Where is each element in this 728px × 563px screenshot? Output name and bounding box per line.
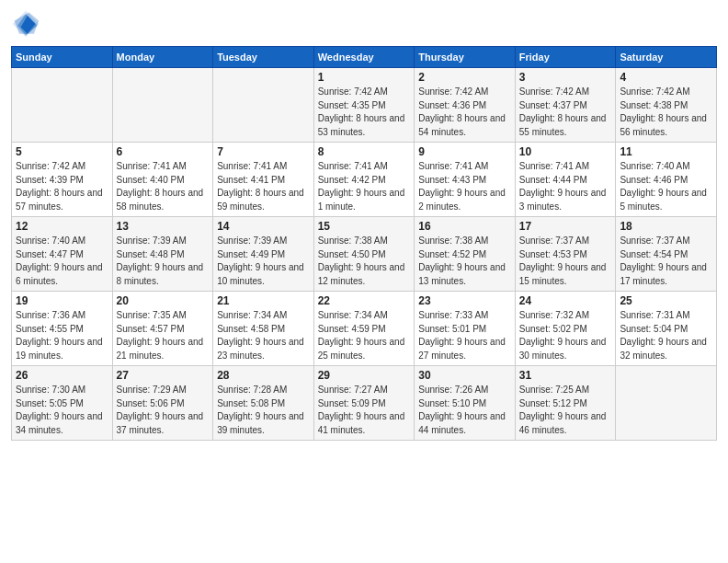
day-number: 12: [16, 220, 108, 233]
day-number: 10: [519, 145, 612, 158]
day-info: Sunrise: 7:32 AM Sunset: 5:02 PM Dayligh…: [519, 309, 612, 362]
day-number: 11: [620, 145, 712, 158]
weekday-header-friday: Friday: [515, 47, 616, 68]
day-info: Sunrise: 7:31 AM Sunset: 5:04 PM Dayligh…: [620, 309, 712, 362]
weekday-header-monday: Monday: [112, 47, 213, 68]
day-number: 19: [16, 294, 108, 307]
day-number: 23: [418, 294, 511, 307]
calendar-cell: 14Sunrise: 7:39 AM Sunset: 4:49 PM Dayli…: [213, 217, 314, 292]
calendar-cell: 8Sunrise: 7:41 AM Sunset: 4:42 PM Daylig…: [313, 143, 415, 217]
calendar-cell: 27Sunrise: 7:29 AM Sunset: 5:06 PM Dayli…: [112, 366, 213, 441]
weekday-header-wednesday: Wednesday: [313, 47, 415, 68]
calendar-cell: 2Sunrise: 7:42 AM Sunset: 4:36 PM Daylig…: [415, 68, 516, 143]
calendar-cell: 3Sunrise: 7:42 AM Sunset: 4:37 PM Daylig…: [515, 68, 616, 143]
calendar-body: 1Sunrise: 7:42 AM Sunset: 4:35 PM Daylig…: [12, 68, 717, 441]
day-number: 26: [16, 369, 108, 382]
day-info: Sunrise: 7:41 AM Sunset: 4:41 PM Dayligh…: [217, 160, 310, 213]
day-number: 28: [217, 369, 310, 382]
calendar-cell: 30Sunrise: 7:26 AM Sunset: 5:10 PM Dayli…: [415, 366, 516, 441]
logo-icon: [11, 9, 40, 39]
day-info: Sunrise: 7:37 AM Sunset: 4:53 PM Dayligh…: [519, 235, 612, 288]
day-number: 30: [418, 369, 511, 382]
day-info: Sunrise: 7:37 AM Sunset: 4:54 PM Dayligh…: [620, 235, 712, 288]
day-info: Sunrise: 7:33 AM Sunset: 5:01 PM Dayligh…: [418, 309, 511, 362]
weekday-header-tuesday: Tuesday: [213, 47, 314, 68]
day-number: 8: [318, 145, 411, 158]
day-info: Sunrise: 7:30 AM Sunset: 5:05 PM Dayligh…: [16, 384, 108, 437]
calendar-cell: [616, 366, 717, 441]
calendar-cell: [112, 68, 213, 143]
weekday-header-thursday: Thursday: [415, 47, 516, 68]
day-info: Sunrise: 7:28 AM Sunset: 5:08 PM Dayligh…: [217, 384, 310, 437]
day-info: Sunrise: 7:41 AM Sunset: 4:44 PM Dayligh…: [519, 160, 612, 213]
day-info: Sunrise: 7:42 AM Sunset: 4:35 PM Dayligh…: [318, 86, 411, 139]
calendar-cell: 19Sunrise: 7:36 AM Sunset: 4:55 PM Dayli…: [12, 292, 113, 366]
day-number: 9: [418, 145, 511, 158]
page-container: SundayMondayTuesdayWednesdayThursdayFrid…: [0, 0, 728, 448]
calendar-week-row: 19Sunrise: 7:36 AM Sunset: 4:55 PM Dayli…: [12, 292, 717, 366]
calendar-cell: 10Sunrise: 7:41 AM Sunset: 4:44 PM Dayli…: [515, 143, 616, 217]
day-number: 25: [620, 294, 712, 307]
calendar-cell: 16Sunrise: 7:38 AM Sunset: 4:52 PM Dayli…: [415, 217, 516, 292]
calendar-cell: 22Sunrise: 7:34 AM Sunset: 4:59 PM Dayli…: [313, 292, 415, 366]
calendar-cell: 1Sunrise: 7:42 AM Sunset: 4:35 PM Daylig…: [313, 68, 415, 143]
day-number: 31: [519, 369, 612, 382]
calendar-cell: 21Sunrise: 7:34 AM Sunset: 4:58 PM Dayli…: [213, 292, 314, 366]
day-info: Sunrise: 7:36 AM Sunset: 4:55 PM Dayligh…: [16, 309, 108, 362]
day-info: Sunrise: 7:34 AM Sunset: 4:59 PM Dayligh…: [318, 309, 411, 362]
day-info: Sunrise: 7:35 AM Sunset: 4:57 PM Dayligh…: [117, 309, 210, 362]
weekday-header-row: SundayMondayTuesdayWednesdayThursdayFrid…: [12, 47, 717, 68]
calendar-cell: 18Sunrise: 7:37 AM Sunset: 4:54 PM Dayli…: [616, 217, 717, 292]
calendar-week-row: 5Sunrise: 7:42 AM Sunset: 4:39 PM Daylig…: [12, 143, 717, 217]
calendar-cell: 20Sunrise: 7:35 AM Sunset: 4:57 PM Dayli…: [112, 292, 213, 366]
day-info: Sunrise: 7:25 AM Sunset: 5:12 PM Dayligh…: [519, 384, 612, 437]
calendar-cell: 12Sunrise: 7:40 AM Sunset: 4:47 PM Dayli…: [12, 217, 113, 292]
day-info: Sunrise: 7:39 AM Sunset: 4:48 PM Dayligh…: [117, 235, 210, 288]
day-number: 21: [217, 294, 310, 307]
day-number: 27: [117, 369, 210, 382]
calendar-cell: 26Sunrise: 7:30 AM Sunset: 5:05 PM Dayli…: [12, 366, 113, 441]
day-number: 7: [217, 145, 310, 158]
calendar-cell: 25Sunrise: 7:31 AM Sunset: 5:04 PM Dayli…: [616, 292, 717, 366]
day-info: Sunrise: 7:41 AM Sunset: 4:40 PM Dayligh…: [117, 160, 210, 213]
calendar-header: SundayMondayTuesdayWednesdayThursdayFrid…: [12, 47, 717, 68]
day-number: 1: [318, 71, 411, 84]
day-info: Sunrise: 7:34 AM Sunset: 4:58 PM Dayligh…: [217, 309, 310, 362]
calendar-week-row: 1Sunrise: 7:42 AM Sunset: 4:35 PM Daylig…: [12, 68, 717, 143]
day-number: 4: [620, 71, 712, 84]
page-header: [11, 9, 717, 39]
day-number: 20: [117, 294, 210, 307]
calendar-cell: 17Sunrise: 7:37 AM Sunset: 4:53 PM Dayli…: [515, 217, 616, 292]
weekday-header-saturday: Saturday: [616, 47, 717, 68]
day-info: Sunrise: 7:27 AM Sunset: 5:09 PM Dayligh…: [318, 384, 411, 437]
calendar-cell: [213, 68, 314, 143]
calendar-cell: 7Sunrise: 7:41 AM Sunset: 4:41 PM Daylig…: [213, 143, 314, 217]
calendar-cell: 28Sunrise: 7:28 AM Sunset: 5:08 PM Dayli…: [213, 366, 314, 441]
day-number: 13: [117, 220, 210, 233]
day-info: Sunrise: 7:41 AM Sunset: 4:42 PM Dayligh…: [318, 160, 411, 213]
calendar-cell: 11Sunrise: 7:40 AM Sunset: 4:46 PM Dayli…: [616, 143, 717, 217]
day-number: 2: [418, 71, 511, 84]
day-number: 15: [318, 220, 411, 233]
calendar-cell: [12, 68, 113, 143]
day-info: Sunrise: 7:42 AM Sunset: 4:37 PM Dayligh…: [519, 86, 612, 139]
calendar-table: SundayMondayTuesdayWednesdayThursdayFrid…: [11, 46, 717, 441]
day-number: 18: [620, 220, 712, 233]
calendar-cell: 24Sunrise: 7:32 AM Sunset: 5:02 PM Dayli…: [515, 292, 616, 366]
day-number: 3: [519, 71, 612, 84]
day-number: 6: [117, 145, 210, 158]
calendar-week-row: 12Sunrise: 7:40 AM Sunset: 4:47 PM Dayli…: [12, 217, 717, 292]
day-info: Sunrise: 7:40 AM Sunset: 4:46 PM Dayligh…: [620, 160, 712, 213]
day-info: Sunrise: 7:38 AM Sunset: 4:50 PM Dayligh…: [318, 235, 411, 288]
calendar-cell: 6Sunrise: 7:41 AM Sunset: 4:40 PM Daylig…: [112, 143, 213, 217]
day-number: 24: [519, 294, 612, 307]
calendar-week-row: 26Sunrise: 7:30 AM Sunset: 5:05 PM Dayli…: [12, 366, 717, 441]
day-number: 29: [318, 369, 411, 382]
calendar-cell: 31Sunrise: 7:25 AM Sunset: 5:12 PM Dayli…: [515, 366, 616, 441]
day-number: 5: [16, 145, 108, 158]
day-number: 14: [217, 220, 310, 233]
day-info: Sunrise: 7:41 AM Sunset: 4:43 PM Dayligh…: [418, 160, 511, 213]
calendar-cell: 4Sunrise: 7:42 AM Sunset: 4:38 PM Daylig…: [616, 68, 717, 143]
day-info: Sunrise: 7:26 AM Sunset: 5:10 PM Dayligh…: [418, 384, 511, 437]
logo: [11, 9, 44, 39]
